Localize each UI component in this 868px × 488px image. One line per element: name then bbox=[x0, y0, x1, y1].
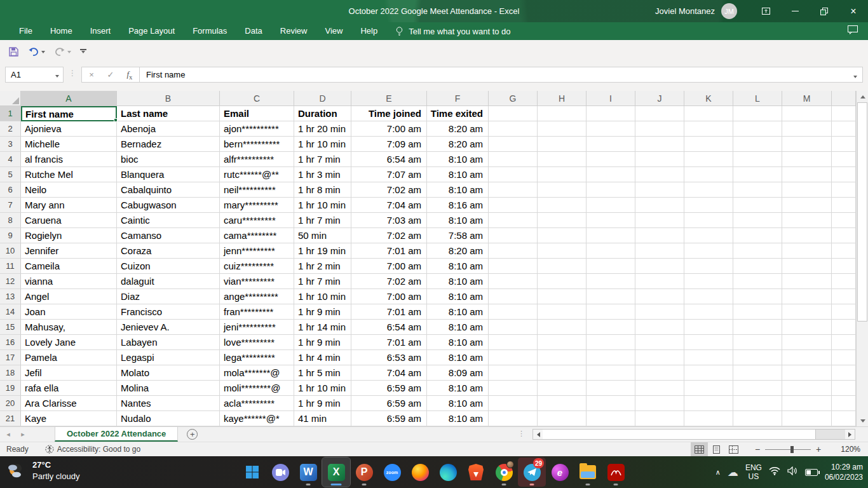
row-header-19[interactable]: 19 bbox=[0, 381, 21, 396]
cell-J19[interactable] bbox=[635, 381, 684, 396]
cell-C10[interactable]: jenn********* bbox=[220, 243, 294, 259]
cell-A2[interactable]: Ajonieva bbox=[21, 121, 117, 137]
cell-K4[interactable] bbox=[684, 152, 733, 167]
cell-F14[interactable]: 8:10 am bbox=[427, 304, 489, 320]
cell-C3[interactable]: bern********** bbox=[220, 137, 294, 152]
cell-D10[interactable]: 1 hr 19 min bbox=[294, 243, 351, 259]
cell-B20[interactable]: Nantes bbox=[117, 396, 220, 411]
cell-B9[interactable]: Camanso bbox=[117, 228, 220, 243]
cell-G16[interactable] bbox=[489, 335, 538, 350]
cell-G5[interactable] bbox=[489, 167, 538, 182]
cell-E2[interactable]: 7:00 am bbox=[351, 121, 427, 137]
cell-L11[interactable] bbox=[733, 259, 782, 274]
cell-I8[interactable] bbox=[587, 213, 635, 228]
row-header-21[interactable]: 21 bbox=[0, 411, 21, 426]
cell-C15[interactable]: jeni********** bbox=[220, 320, 294, 335]
cell-M8[interactable] bbox=[782, 213, 832, 228]
cell-D8[interactable]: 1 hr 7 min bbox=[294, 213, 351, 228]
cell-E9[interactable]: 7:02 am bbox=[351, 228, 427, 243]
cell-I15[interactable] bbox=[587, 320, 635, 335]
cell-M16[interactable] bbox=[782, 335, 832, 350]
row-header-20[interactable]: 20 bbox=[0, 396, 21, 411]
cell-D19[interactable]: 1 hr 10 min bbox=[294, 381, 351, 396]
select-all-corner[interactable] bbox=[0, 91, 21, 106]
scroll-left-button[interactable] bbox=[533, 430, 543, 439]
cell-M21[interactable] bbox=[782, 411, 832, 426]
column-header-F[interactable]: F bbox=[427, 91, 489, 106]
column-header-H[interactable]: H bbox=[538, 91, 587, 106]
cell-J2[interactable] bbox=[635, 121, 684, 137]
cell-partial2[interactable] bbox=[832, 121, 856, 137]
cell-K2[interactable] bbox=[684, 121, 733, 137]
cell-C2[interactable]: ajon********** bbox=[220, 121, 294, 137]
cell-partial12[interactable] bbox=[832, 274, 856, 289]
cell-M17[interactable] bbox=[782, 350, 832, 365]
cell-F18[interactable]: 8:09 am bbox=[427, 365, 489, 381]
cell-D17[interactable]: 1 hr 4 min bbox=[294, 350, 351, 365]
cell-G3[interactable] bbox=[489, 137, 538, 152]
cell-C21[interactable]: kaye******@* bbox=[220, 411, 294, 426]
cell-F4[interactable]: 8:10 am bbox=[427, 152, 489, 167]
cell-F15[interactable]: 8:10 am bbox=[427, 320, 489, 335]
cell-K13[interactable] bbox=[684, 289, 733, 304]
cell-L17[interactable] bbox=[733, 350, 782, 365]
cell-A19[interactable]: rafa ella bbox=[21, 381, 117, 396]
column-header-D[interactable]: D bbox=[294, 91, 351, 106]
cell-J6[interactable] bbox=[635, 182, 684, 198]
cell-A5[interactable]: Rutche Mel bbox=[21, 167, 117, 182]
cell-partial11[interactable] bbox=[832, 259, 856, 274]
cell-I3[interactable] bbox=[587, 137, 635, 152]
cell-B7[interactable]: Cabugwason bbox=[117, 198, 220, 213]
cell-B3[interactable]: Bernadez bbox=[117, 137, 220, 152]
cell-J5[interactable] bbox=[635, 167, 684, 182]
cell-C5[interactable]: rutc******@** bbox=[220, 167, 294, 182]
cell-C19[interactable]: moli********@ bbox=[220, 381, 294, 396]
restore-button[interactable] bbox=[810, 0, 839, 22]
cell-L4[interactable] bbox=[733, 152, 782, 167]
cell-I20[interactable] bbox=[587, 396, 635, 411]
cell-D20[interactable]: 1 hr 9 min bbox=[294, 396, 351, 411]
column-header-G[interactable]: G bbox=[489, 91, 538, 106]
cell-F5[interactable]: 8:10 am bbox=[427, 167, 489, 182]
cell-K14[interactable] bbox=[684, 304, 733, 320]
battery-icon[interactable] bbox=[805, 469, 818, 476]
cell-D13[interactable]: 1 hr 10 min bbox=[294, 289, 351, 304]
row-header-8[interactable]: 8 bbox=[0, 213, 21, 228]
cell-E3[interactable]: 7:09 am bbox=[351, 137, 427, 152]
column-header-K[interactable]: K bbox=[684, 91, 733, 106]
cell-H2[interactable] bbox=[538, 121, 587, 137]
cell-A10[interactable]: Jennifer bbox=[21, 243, 117, 259]
cell-F19[interactable]: 8:10 am bbox=[427, 381, 489, 396]
cell-B19[interactable]: Molina bbox=[117, 381, 220, 396]
cell-E10[interactable]: 7:01 am bbox=[351, 243, 427, 259]
cell-D3[interactable]: 1 hr 10 min bbox=[294, 137, 351, 152]
cell-B13[interactable]: Diaz bbox=[117, 289, 220, 304]
cell-A21[interactable]: Kaye bbox=[21, 411, 117, 426]
cell-M15[interactable] bbox=[782, 320, 832, 335]
cell-H19[interactable] bbox=[538, 381, 587, 396]
cell-M20[interactable] bbox=[782, 396, 832, 411]
cell-F16[interactable]: 8:10 am bbox=[427, 335, 489, 350]
cell-G18[interactable] bbox=[489, 365, 538, 381]
cell-H14[interactable] bbox=[538, 304, 587, 320]
cell-H5[interactable] bbox=[538, 167, 587, 182]
cell-L3[interactable] bbox=[733, 137, 782, 152]
cell-B21[interactable]: Nudalo bbox=[117, 411, 220, 426]
cell-D11[interactable]: 1 hr 2 min bbox=[294, 259, 351, 274]
column-header-B[interactable]: B bbox=[117, 91, 220, 106]
cell-J10[interactable] bbox=[635, 243, 684, 259]
save-button[interactable] bbox=[5, 44, 22, 60]
cell-G8[interactable] bbox=[489, 213, 538, 228]
language-indicator[interactable]: ENG US bbox=[745, 463, 762, 482]
cell-A16[interactable]: Lovely Jane bbox=[21, 335, 117, 350]
powerpoint-button[interactable]: P bbox=[350, 458, 378, 487]
row-header-3[interactable]: 3 bbox=[0, 137, 21, 152]
column-header-J[interactable]: J bbox=[635, 91, 684, 106]
cell-B11[interactable]: Cuizon bbox=[117, 259, 220, 274]
cell-D1[interactable]: Duration bbox=[294, 106, 351, 121]
cell-L21[interactable] bbox=[733, 411, 782, 426]
cell-J12[interactable] bbox=[635, 274, 684, 289]
name-box-dropdown-icon[interactable] bbox=[55, 75, 59, 79]
cell-J11[interactable] bbox=[635, 259, 684, 274]
cell-H8[interactable] bbox=[538, 213, 587, 228]
